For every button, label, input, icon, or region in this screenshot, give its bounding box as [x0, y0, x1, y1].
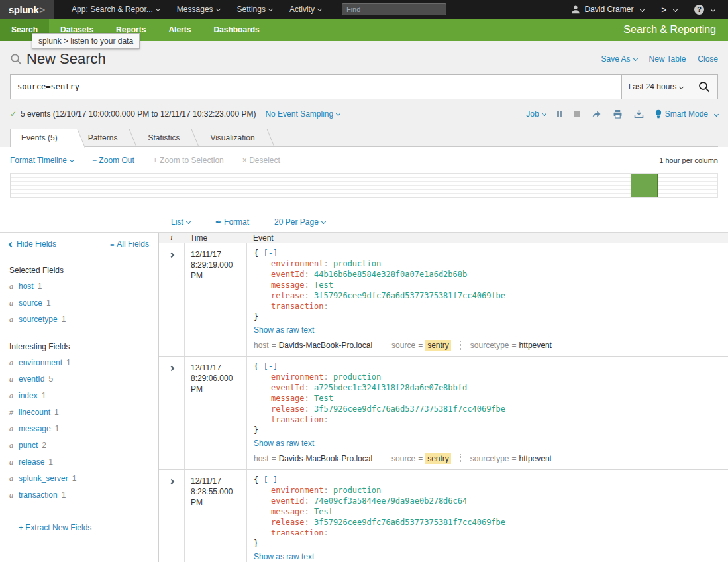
- chevron-down-icon: [673, 7, 678, 11]
- interesting-field-item: atransaction1: [9, 490, 149, 500]
- field-type-icon: a: [9, 281, 19, 292]
- interesting-fields-title: Interesting Fields: [9, 342, 149, 351]
- time-range-picker[interactable]: Last 24 hours: [621, 74, 690, 99]
- print-button[interactable]: [613, 109, 623, 119]
- field-type-icon: a: [9, 490, 19, 500]
- chevron-down-icon: [186, 219, 191, 223]
- chevron-down-icon: [640, 7, 645, 11]
- event-time: 12/11/17 8:29:06.000 PM: [184, 357, 246, 469]
- show-raw-text-link[interactable]: Show as raw text: [254, 552, 314, 561]
- per-page-menu[interactable]: 20 Per Page: [274, 217, 325, 227]
- field-count: 1: [48, 457, 53, 467]
- expand-event-icon[interactable]: [169, 479, 174, 484]
- settings-menu[interactable]: Settings: [229, 5, 281, 14]
- new-table-link[interactable]: New Table: [649, 54, 686, 64]
- stop-button[interactable]: [574, 111, 580, 117]
- field-count: 1: [46, 298, 51, 308]
- field-link[interactable]: host: [19, 282, 34, 291]
- source-value-highlighted[interactable]: sentry: [425, 340, 451, 351]
- chevron-down-icon: [321, 219, 326, 223]
- job-menu[interactable]: Job: [526, 109, 545, 119]
- field-link[interactable]: source: [19, 298, 42, 308]
- export-button[interactable]: [634, 109, 644, 119]
- events-table-header: i Time Event: [159, 233, 728, 243]
- activity-menu[interactable]: Activity: [281, 5, 330, 14]
- sourcetype-value[interactable]: httpevent: [519, 341, 552, 350]
- chevron-down-icon: [711, 7, 715, 11]
- field-link[interactable]: splunk_server: [19, 474, 68, 483]
- tab-events[interactable]: Events (5): [10, 129, 78, 147]
- event-row: 12/11/17 8:29:06.000 PM { [-] environmen…: [159, 357, 728, 470]
- find-input[interactable]: [342, 3, 446, 15]
- field-count: 1: [42, 391, 46, 400]
- save-as-menu[interactable]: Save As: [601, 54, 637, 64]
- field-count: 2: [42, 441, 46, 450]
- field-link[interactable]: transaction: [19, 490, 58, 500]
- field-link[interactable]: punct: [19, 441, 38, 450]
- tab-visualization[interactable]: Visualization: [199, 129, 274, 146]
- user-menu[interactable]: David Cramer: [571, 5, 644, 14]
- show-raw-text-link[interactable]: Show as raw text: [254, 439, 314, 448]
- field-link[interactable]: environment: [19, 358, 62, 367]
- field-link[interactable]: linecount: [19, 408, 50, 417]
- field-type-icon: a: [9, 314, 19, 325]
- search-query-input[interactable]: [10, 74, 621, 99]
- all-fields-button[interactable]: ≡All Fields: [110, 239, 149, 249]
- interesting-field-item: aeventId5: [9, 374, 149, 384]
- tab-patterns[interactable]: Patterns: [78, 129, 138, 146]
- host-value[interactable]: Davids-MacBook-Pro.local: [279, 341, 372, 350]
- chevron-down-icon: [216, 7, 221, 11]
- quick-launch-icon: >: [661, 5, 666, 15]
- pause-button[interactable]: [557, 111, 562, 117]
- nav-tab-alerts[interactable]: Alerts: [157, 19, 202, 41]
- collapse-json-link[interactable]: [-]: [263, 249, 278, 258]
- collapse-json-link[interactable]: [-]: [263, 475, 278, 484]
- selected-field-item: asource1: [9, 298, 149, 308]
- timeline-scale-label: 1 hour per column: [659, 156, 718, 164]
- help-menu[interactable]: ?: [694, 5, 715, 15]
- close-link[interactable]: Close: [698, 54, 718, 64]
- messages-menu[interactable]: Messages: [168, 5, 229, 14]
- search-icon: [698, 80, 711, 93]
- field-count: 1: [62, 490, 66, 500]
- format-results-menu[interactable]: ✒ Format: [215, 217, 249, 227]
- list-view-menu[interactable]: List: [171, 217, 190, 227]
- source-value-highlighted[interactable]: sentry: [425, 453, 451, 464]
- chevron-down-icon: [268, 7, 273, 11]
- app-menu[interactable]: App: Search & Repor...: [63, 5, 168, 14]
- column-header-time: Time: [184, 233, 246, 243]
- event-meta: host=Davids-MacBook-Pro.local source=sen…: [254, 340, 721, 351]
- divider: [382, 341, 382, 350]
- field-count: 1: [55, 424, 60, 433]
- nav-tab-dashboards[interactable]: Dashboards: [202, 19, 270, 41]
- run-search-button[interactable]: [690, 74, 718, 99]
- field-link[interactable]: message: [19, 424, 51, 433]
- field-link[interactable]: eventId: [19, 374, 44, 384]
- field-link[interactable]: release: [19, 457, 44, 467]
- search-mode-menu[interactable]: Smart Mode: [655, 109, 718, 119]
- field-link[interactable]: index: [19, 391, 38, 400]
- field-type-icon: a: [9, 374, 19, 384]
- event-time: 12/11/17 8:29:19.000 PM: [184, 243, 246, 356]
- quick-launch-menu[interactable]: >: [661, 5, 677, 15]
- format-timeline-menu[interactable]: Format Timeline: [10, 156, 74, 165]
- field-link[interactable]: sourcetype: [19, 315, 58, 324]
- extract-new-fields-link[interactable]: + Extract New Fields: [19, 523, 91, 532]
- event-row: 12/11/17 8:28:55.000 PM { [-] environmen…: [159, 470, 728, 562]
- collapse-json-link[interactable]: [-]: [263, 362, 278, 371]
- event-sampling-menu[interactable]: No Event Sampling: [265, 109, 340, 119]
- events-table: i Time Event 12/11/17 8:29:19.000 PM { […: [159, 233, 728, 562]
- tab-statistics[interactable]: Statistics: [137, 129, 199, 146]
- expand-event-icon[interactable]: [169, 366, 174, 371]
- show-raw-text-link[interactable]: Show as raw text: [254, 325, 314, 335]
- hide-fields-button[interactable]: Hide Fields: [9, 239, 56, 249]
- timeline-event-bar[interactable]: [631, 174, 658, 197]
- splunk-logo[interactable]: splunk>: [0, 0, 54, 19]
- timeline-histogram[interactable]: [10, 173, 718, 198]
- selected-fields-title: Selected Fields: [9, 266, 149, 275]
- share-button[interactable]: [592, 109, 601, 119]
- sourcetype-value[interactable]: httpevent: [519, 454, 552, 463]
- expand-event-icon[interactable]: [169, 253, 174, 258]
- host-value[interactable]: Davids-MacBook-Pro.local: [279, 454, 372, 463]
- zoom-out-button[interactable]: − Zoom Out: [92, 156, 134, 165]
